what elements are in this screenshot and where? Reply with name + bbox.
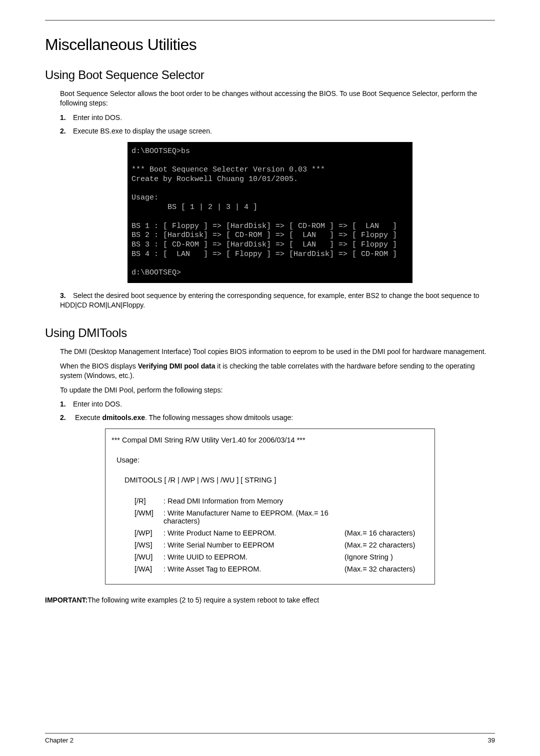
usage-option-note: (Max.= 32 characters) — [344, 565, 434, 573]
terminal-screenshot: d:\BOOTSEQ>bs *** Boot Sequence Selecter… — [128, 142, 412, 284]
important-text: The following write examples (2 to 5) re… — [88, 596, 319, 604]
usage-option-note: (Max.= 22 characters) — [344, 541, 434, 549]
usage-label: Usage: — [106, 455, 434, 465]
dmitools-p3: To update the DMI Pool, perform the foll… — [60, 386, 495, 395]
dmitools-p1: The DMI (Desktop Management Interface) T… — [60, 347, 495, 356]
bold-term: Verifying DMI pool data — [138, 362, 216, 370]
text-fragment: Execute — [75, 414, 102, 422]
usage-option-note: (Max.= 16 characters) — [344, 529, 434, 537]
usage-command: DMITOOLS [ /R | /WP | /WS | /WU ] [ STRI… — [106, 475, 434, 485]
dmitools-steps: Enter into DOS. Execute dmitools.exe. Th… — [60, 400, 495, 422]
boot-sequence-steps: Enter into DOS. Execute BS.exe to displa… — [60, 113, 495, 136]
list-item: Execute dmitools.exe. The following mess… — [60, 413, 495, 422]
page-footer: Chapter 2 39 — [45, 733, 495, 744]
usage-option-note: (Ignore String ) — [344, 553, 434, 561]
boot-sequence-steps-cont: Select the desired boot sequence by ente… — [60, 291, 495, 310]
usage-option-row: [/WS] : Write Serial Number to EEPROM (M… — [106, 539, 434, 551]
list-item: Enter into DOS. — [60, 113, 495, 122]
page-heading: Miscellaneous Utilities — [45, 36, 495, 54]
usage-option-flag: [/WS] — [134, 541, 164, 549]
dmitools-p2: When the BIOS displays Verifying DMI poo… — [60, 362, 495, 380]
usage-option-flag: [/WU] — [134, 553, 164, 561]
boot-sequence-intro: Boot Sequence Selector allows the boot o… — [60, 89, 495, 108]
usage-option-note — [344, 509, 434, 525]
usage-option-desc: : Write Asset Tag to EEPROM. — [164, 565, 344, 573]
footer-chapter: Chapter 2 — [45, 736, 74, 744]
important-note: IMPORTANT:The following write examples (… — [45, 596, 495, 605]
important-label: IMPORTANT: — [45, 596, 88, 604]
usage-option-row: [/WA] : Write Asset Tag to EEPROM. (Max.… — [106, 563, 434, 575]
dmitools-usage-box: *** Compal DMI String R/W Utility Ver1.4… — [105, 428, 435, 584]
usage-option-desc: : Write UUID to EEPROM. — [164, 553, 344, 561]
text-fragment: When the BIOS displays — [60, 362, 138, 370]
text-fragment: . The following messages show dmitools u… — [145, 414, 293, 422]
usage-option-flag: [/WM] — [134, 509, 164, 525]
usage-option-row: [/WM] : Write Manufacturer Name to EEPRO… — [106, 507, 434, 527]
footer-page-number: 39 — [488, 736, 495, 744]
section-heading-dmitools: Using DMITools — [45, 326, 495, 340]
usage-headline: *** Compal DMI String R/W Utility Ver1.4… — [106, 435, 434, 445]
usage-option-flag: [/R] — [134, 497, 164, 505]
list-item: Execute BS.exe to display the usage scre… — [60, 126, 495, 136]
usage-option-row: [/WP] : Write Product Name to EEPROM. (M… — [106, 527, 434, 539]
usage-option-desc: : Write Serial Number to EEPROM — [164, 541, 344, 549]
usage-option-note — [344, 497, 434, 505]
usage-option-row: [/R] : Read DMI Information from Memory — [106, 495, 434, 507]
section-heading-boot-sequence: Using Boot Sequence Selector — [45, 68, 495, 82]
bold-term: dmitools.exe — [102, 414, 145, 422]
usage-option-flag: [/WA] — [134, 565, 164, 573]
list-item: Select the desired boot sequence by ente… — [60, 291, 495, 310]
usage-option-flag: [/WP] — [134, 529, 164, 537]
usage-option-row: [/WU] : Write UUID to EEPROM. (Ignore St… — [106, 551, 434, 563]
top-rule — [45, 20, 495, 20]
usage-option-desc: : Write Manufacturer Name to EEPROM. (Ma… — [164, 509, 344, 525]
usage-option-desc: : Write Product Name to EEPROM. — [164, 529, 344, 537]
usage-option-desc: : Read DMI Information from Memory — [164, 497, 344, 505]
list-item: Enter into DOS. — [60, 400, 495, 409]
